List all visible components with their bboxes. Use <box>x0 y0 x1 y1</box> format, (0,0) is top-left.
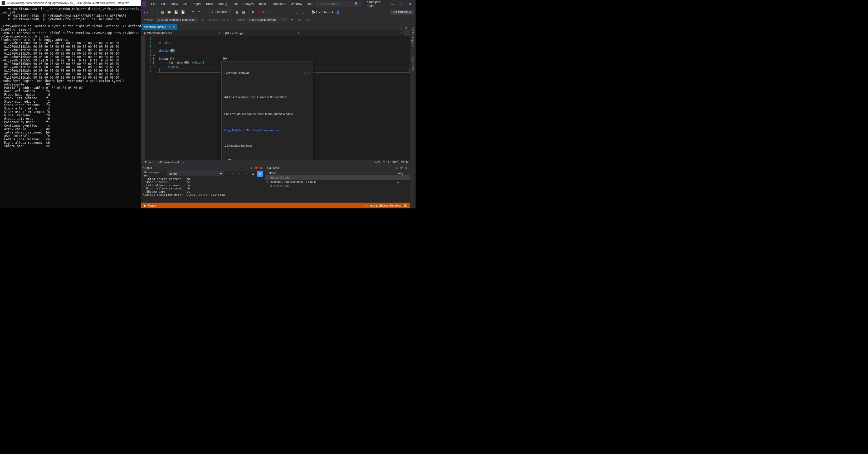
lifecycle-label[interactable]: Lifecycle Events <box>208 18 228 21</box>
break-on-type-checkbox[interactable] <box>228 159 231 160</box>
copy-details-link[interactable]: Copy Details <box>224 129 241 132</box>
clear-icon[interactable]: ✕ <box>257 171 263 177</box>
save-icon[interactable]: 💾 <box>173 9 179 15</box>
step-over-icon[interactable]: ↷ <box>279 10 284 15</box>
status-crlf[interactable]: CRLF <box>401 161 408 164</box>
step-out-icon[interactable]: ↑ <box>285 10 289 15</box>
close-icon[interactable]: ✕ <box>404 167 408 169</box>
callstack-row[interactable]: [External Code] <box>265 184 410 188</box>
team-explorer-tab[interactable]: Team Explorer <box>411 54 415 74</box>
issues-indicator[interactable]: ● No issues found <box>158 161 179 164</box>
menu-window[interactable]: Window <box>289 1 304 7</box>
zoom-control[interactable]: 111 %▼ <box>143 161 154 164</box>
close-button[interactable]: ✕ <box>406 1 414 7</box>
menu-edit[interactable]: Edit <box>159 1 168 7</box>
show-next-icon[interactable]: → <box>269 10 274 15</box>
add-source-control-button[interactable]: Add to Source Control ▴ <box>370 204 401 207</box>
notifications-icon[interactable]: 🔔 <box>403 204 407 207</box>
error-glyph-icon[interactable]: ✕ <box>223 57 227 60</box>
solution-explorer-tab[interactable]: Solution Explorer <box>411 25 415 49</box>
status-spc[interactable]: SPC <box>392 161 398 164</box>
callstack-row[interactable]: ➪ examlpe1-main.exe!main(...) Line 6 C <box>265 180 410 184</box>
outline-margin[interactable]: ⊟││└ <box>153 36 157 160</box>
flag-icon[interactable]: ⚑ <box>289 17 294 23</box>
nav-project-combo[interactable]: ▣ Miscellaneous Files ▼ <box>141 30 223 36</box>
dropdown-icon[interactable]: ▾ <box>250 167 253 169</box>
stackframe2-icon[interactable]: ▤ <box>305 17 310 23</box>
saveall-icon[interactable]: 💾 <box>180 9 186 15</box>
gear-icon[interactable]: ⚙ <box>404 27 409 30</box>
menu-view[interactable]: View <box>169 1 180 7</box>
restart-icon[interactable]: ⟳ <box>261 10 266 15</box>
dropdown-icon[interactable]: ▾ <box>399 27 403 30</box>
visual-studio-window: File Edit View Git Project Build Debug T… <box>141 0 415 208</box>
redo-icon[interactable]: ↷ <box>196 9 203 15</box>
output-source-combo[interactable]: Debug▼ <box>167 171 224 176</box>
separator <box>291 10 291 15</box>
callstack-row[interactable]: [External Code] <box>265 175 410 180</box>
stop-icon[interactable]: ■ <box>256 10 260 15</box>
minimize-button[interactable]: — <box>388 1 397 7</box>
nav-member-combo[interactable]: ▼ <box>302 30 404 36</box>
global-search[interactable]: 🔍 <box>316 1 361 7</box>
output-toolbar: Show output from: Debug▼ ≣ ≣ ≣ ≡ ✕ <box>141 171 265 177</box>
output-tool-icon[interactable]: ≣ <box>229 171 235 177</box>
menu-file[interactable]: File <box>149 1 158 7</box>
new-project-icon[interactable]: ▦ <box>159 9 165 15</box>
layout-icon[interactable]: ▦ <box>234 9 240 15</box>
nav-back-icon[interactable]: ◯ <box>143 9 149 15</box>
open-icon[interactable]: 📂 <box>166 9 172 15</box>
continue-button[interactable]: ▶ Continue ▼ <box>209 9 233 15</box>
nav-scope-combo[interactable]: (Global Scope) ▼ <box>223 30 302 36</box>
search-input[interactable] <box>318 2 355 5</box>
menu-help[interactable]: Help <box>305 1 315 7</box>
code-editor[interactable]: ➪ 123 456 789 ⊟││└ // main.c double x[5]… <box>141 36 410 160</box>
maximize-button[interactable]: ▢ <box>397 1 406 7</box>
code-text[interactable]: // main.c double x[5]; int main() { int … <box>157 36 410 160</box>
file-tab-active[interactable]: examlpe1-main.c 📌 ✕ <box>142 24 177 30</box>
nav-left-icon[interactable]: ◂ <box>183 161 184 164</box>
menu-build[interactable]: Build <box>204 1 215 7</box>
menu-git[interactable]: Git <box>181 1 189 7</box>
output-tool-icon[interactable]: ≣ <box>243 171 249 177</box>
menu-tools[interactable]: Tools <box>256 1 268 7</box>
start-live-share-link[interactable]: Start Live Share session... <box>246 129 281 132</box>
menu-extensions[interactable]: Extensions <box>269 1 288 7</box>
pause-icon[interactable]: ⏸ <box>251 10 255 15</box>
live-share-button[interactable]: 📡 Live Share ▼ <box>311 10 334 14</box>
callstack-header[interactable]: Name Lang <box>265 171 410 175</box>
toolbox2-icon[interactable]: ⬚ <box>300 9 306 15</box>
close-icon[interactable]: ✕ <box>259 167 263 169</box>
collapse-icon[interactable]: ◢ <box>224 145 227 147</box>
layout2-icon[interactable]: ▦ <box>241 9 247 15</box>
dropdown-icon[interactable]: ▾ <box>395 167 398 169</box>
chevron-down-icon: ▼ <box>231 19 233 21</box>
undo-icon[interactable]: ↶ <box>190 9 195 15</box>
chevron-down-icon: ▼ <box>283 19 285 21</box>
nav-fwd-icon[interactable]: → <box>150 9 155 15</box>
process-combo[interactable]: [24348] examlpe1-main.exe▼ <box>156 17 198 22</box>
close-icon[interactable]: ✕ <box>172 25 175 29</box>
feedback-icon[interactable]: 👤 <box>335 9 341 15</box>
toolbox-icon[interactable]: ⬚ <box>293 9 299 15</box>
stackframe-icon[interactable]: ▤ <box>297 17 303 23</box>
callstack-list[interactable]: [External Code] ➪ examlpe1-main.exe!main… <box>265 175 410 203</box>
menu-project[interactable]: Project <box>189 1 204 7</box>
menu-analyze[interactable]: Analyze <box>240 1 256 7</box>
pin-icon[interactable]: 📌 <box>399 167 403 169</box>
pin-icon[interactable]: 📌 <box>254 167 258 169</box>
output-tool-icon[interactable]: ≣ <box>236 171 242 177</box>
thread-combo[interactable]: [23584] Main Thread▼ <box>247 17 287 22</box>
menu-test[interactable]: Test <box>230 1 240 7</box>
step-into-icon[interactable]: ↓ <box>274 10 279 15</box>
refresh-icon[interactable]: ⟳ <box>200 17 206 23</box>
pin-icon[interactable]: ⫯ <box>305 71 306 75</box>
menu-debug[interactable]: Debug <box>216 1 229 7</box>
output-text[interactable]: Intra object redzone: bb ASan internal: … <box>141 177 265 203</box>
wordwrap-icon[interactable]: ≡ <box>250 171 256 177</box>
separator <box>204 10 205 15</box>
breakpoint-margin[interactable]: ➪ <box>141 36 145 160</box>
split-button[interactable]: ⫞ <box>404 30 410 36</box>
pin-icon[interactable]: 📌 <box>167 26 171 28</box>
close-icon[interactable]: ✕ <box>308 71 311 75</box>
